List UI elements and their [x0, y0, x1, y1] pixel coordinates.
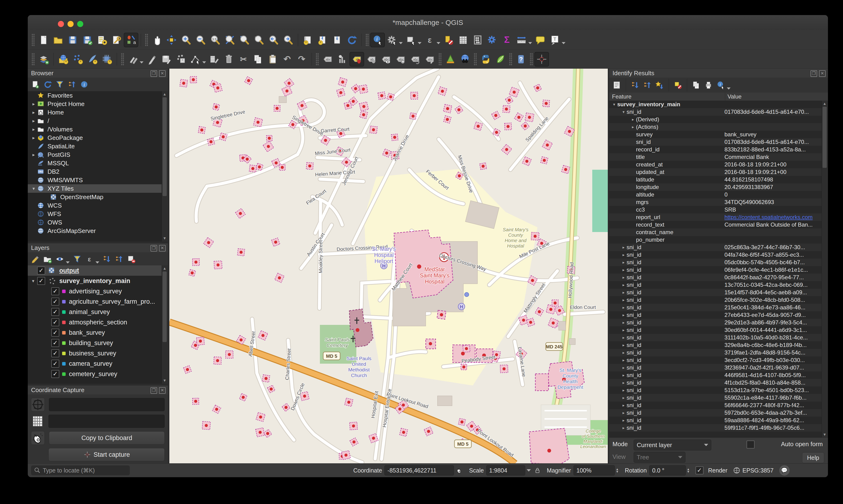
layer-visibility-checkbox[interactable]: ✓	[37, 277, 45, 285]
identify-row-updated_at[interactable]: updated_at2016-08-18 19:09:21+00	[609, 168, 822, 176]
toolbar-drag-handle[interactable]	[145, 34, 148, 46]
identify-mode-button[interactable]: i	[715, 79, 726, 91]
browser-item-wms-wmts[interactable]: WMS/WMTS	[28, 176, 168, 184]
expand-arrow-icon[interactable]: ▾	[30, 186, 37, 191]
open-project-button[interactable]	[51, 33, 65, 47]
run-feature-action-dropdown-icon[interactable]	[399, 42, 403, 44]
identify-row-created_at[interactable]: created_at2016-08-18 19:09:21+00	[609, 161, 822, 168]
expand-arrow-icon[interactable]: ▸	[620, 395, 627, 400]
expand-arrow-icon[interactable]: ▸	[620, 403, 627, 408]
collapse-all-button[interactable]	[66, 79, 77, 90]
layer-visibility-checkbox[interactable]: ✓	[51, 349, 59, 357]
save-layer-edits-button[interactable]	[159, 52, 174, 67]
refresh-browser-button[interactable]	[42, 79, 53, 90]
remove-layer-button[interactable]	[126, 253, 137, 265]
measure-line-button[interactable]	[514, 33, 529, 47]
identify-row-record_text[interactable]: record_textCommercial Bank Outside of Ba…	[609, 221, 822, 229]
add-delimited-text-layer-button[interactable]: *	[71, 52, 85, 67]
identify-row-record_id[interactable]: record_id833b2182-88ed-4153-a52a-8a...	[609, 146, 822, 153]
mouse-position-icon[interactable]	[456, 466, 463, 474]
close-panel-icon[interactable]: ✕	[159, 70, 165, 77]
add-feature-button[interactable]: *	[174, 52, 188, 67]
identify-row-sni_id[interactable]: ▾sni_id017083dd-6de8-4d15-a614-e70...	[609, 108, 822, 116]
pin-labels-button[interactable]: ab	[350, 52, 364, 67]
browser-item-mssql[interactable]: MSSQL	[28, 159, 168, 167]
toolbar-drag-handle[interactable]	[366, 34, 369, 46]
show-statistics-button[interactable]: Σ	[499, 33, 514, 47]
identify-row-sni_id[interactable]: ▸sni_id5972bd0c-653e-4daa-a27b-3ef...	[609, 409, 822, 417]
layer-visibility-checkbox[interactable]: ✓	[51, 339, 59, 347]
close-panel-icon[interactable]: ✕	[159, 387, 165, 394]
layer-item-agriculture-survey-farm-pro-[interactable]: ✓ agriculture_survey_farm_pro...	[28, 296, 168, 307]
copy-to-clipboard-button[interactable]: Copy to Clipboard	[49, 431, 165, 445]
layer-item-atmospheric-section[interactable]: ✓ atmospheric_section	[28, 317, 168, 327]
clear-results-button[interactable]	[672, 79, 684, 91]
layer-item-bank-survey[interactable]: ✓ bank_survey	[28, 327, 168, 338]
highlight-pinned-labels-button[interactable]: ab	[364, 52, 379, 67]
identify-row-longitude[interactable]: longitude20.4295931383967	[609, 183, 822, 191]
change-label-button[interactable]: abc	[422, 52, 437, 67]
select-features-dropdown-icon[interactable]	[418, 42, 421, 44]
identify-row-sni_id[interactable]: ▸sni_id4f1cbd25-f8a0-4810-a84e-858...	[609, 379, 822, 386]
expand-arrow-icon[interactable]: ▸	[620, 380, 627, 385]
save-project-as-button[interactable]	[80, 33, 94, 47]
zoom-next-button[interactable]	[281, 33, 295, 47]
identify-row-title[interactable]: titleCommercial Bank	[609, 153, 822, 161]
close-panel-icon[interactable]: ✕	[819, 70, 826, 77]
undo-button[interactable]: ↶	[280, 52, 295, 67]
text-annotation-dropdown-icon[interactable]	[562, 42, 565, 44]
captured-coordinate-field[interactable]	[49, 398, 165, 411]
layers-scrollbar[interactable]: ▲▼	[162, 265, 168, 384]
expand-arrow-icon[interactable]: ▸	[620, 328, 627, 332]
expand-arrow-icon[interactable]: ▸	[630, 117, 636, 122]
save-project-button[interactable]	[65, 33, 80, 47]
track-mouse-icon[interactable]	[31, 431, 45, 445]
expand-arrow-icon[interactable]: ▾	[29, 278, 37, 284]
run-feature-action-button[interactable]	[385, 33, 399, 47]
mode-dropdown[interactable]: Current layer	[634, 439, 711, 450]
new-project-button[interactable]	[36, 33, 51, 47]
deselect-all-button[interactable]	[441, 33, 456, 47]
browser-scrollbar[interactable]: ▲▼	[162, 91, 168, 241]
float-panel-icon[interactable]: ❐	[810, 70, 817, 77]
toolbar-drag-handle[interactable]	[32, 34, 35, 46]
open-attribute-table-button[interactable]	[456, 33, 470, 47]
browser-item-xyz-tiles[interactable]: ▾ XYZ Tiles	[28, 184, 168, 193]
browser-item-project-home[interactable]: ▸ Project Home	[28, 100, 168, 108]
layer-visibility-checkbox[interactable]: ✓	[37, 267, 45, 274]
identify-row-contract_name[interactable]: contract_name	[609, 229, 822, 236]
expand-arrow-icon[interactable]: ▸	[620, 313, 627, 318]
identify-row-derived[interactable]: ▸(Derived)	[609, 116, 822, 123]
toolbar-drag-handle[interactable]	[32, 53, 35, 66]
layer-visibility-checkbox[interactable]: ✓	[51, 298, 59, 306]
manage-map-themes-dropdown-icon[interactable]	[66, 262, 70, 264]
value-column-header[interactable]: Value	[725, 93, 828, 101]
grass-tools-button[interactable]	[493, 52, 508, 67]
layer-item-output[interactable]: ✓ output	[28, 265, 168, 276]
coordinate-value[interactable]: -8531936,4622711	[384, 465, 454, 475]
identify-mode-dropdown-icon[interactable]	[727, 87, 731, 90]
expand-arrow-icon[interactable]: ▸	[30, 126, 37, 132]
expand-arrow-icon[interactable]: ▸	[30, 110, 37, 115]
delete-selected-button[interactable]	[222, 52, 236, 67]
current-edits-button[interactable]	[126, 52, 140, 67]
measure-line-dropdown-icon[interactable]	[528, 42, 532, 44]
identify-row-sni_id[interactable]: ▸sni_id3719fae1-2dfa-48d8-9156-54c...	[609, 349, 822, 356]
identify-row-sni_id[interactable]: ▸sni_id329e8a4b-c6bc-48e6-b189-f4b...	[609, 341, 822, 349]
float-panel-icon[interactable]: ❐	[151, 70, 157, 77]
manage-map-themes-button[interactable]	[54, 253, 65, 265]
identify-row-sni_id[interactable]: ▸sni_id15e14f57-8d04-4e5c-aeb8-a09...	[609, 289, 822, 296]
expand-arrow-icon[interactable]: ▸	[620, 290, 627, 295]
select-features-button[interactable]	[404, 33, 418, 47]
identify-row-sni_id[interactable]: ▸sni_id20b65fce-302e-48cb-bfd0-508...	[609, 296, 822, 304]
magnifier-stepper[interactable]: ▲▼	[616, 468, 619, 473]
browser-item--volumes[interactable]: ▸ /Volumes	[28, 125, 168, 133]
layer-diagram-button[interactable]	[335, 52, 350, 67]
identify-scrollbar[interactable]: ▲ ▼	[822, 101, 828, 438]
identify-results-table[interactable]: ▾survey_inventory_main▾sni_id017083dd-6d…	[609, 101, 822, 438]
pan-map-button[interactable]	[150, 33, 164, 47]
identify-row-sni_id[interactable]: sni_id017083dd-6de8-4d15-a614-e70...	[609, 138, 822, 146]
browser-item-home[interactable]: ▸ Home	[28, 108, 168, 116]
new-3d-map-view-button[interactable]: *	[315, 33, 330, 47]
browser-item-wfs[interactable]: WFS	[28, 210, 168, 218]
